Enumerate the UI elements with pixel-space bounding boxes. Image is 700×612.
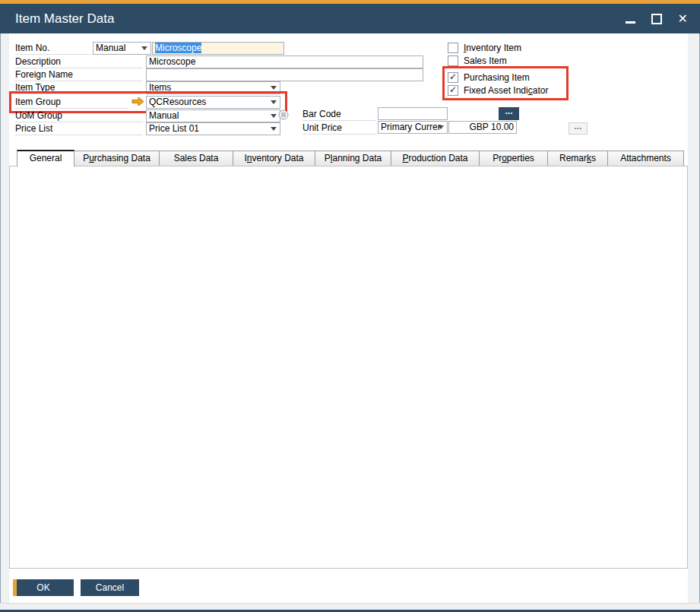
maximize-icon[interactable] [651,14,662,24]
tab-inventory-data[interactable]: Inventory Data [233,151,315,166]
item-group-label: Item Group [15,97,128,109]
uom-detail-icon[interactable] [278,109,289,120]
description-input[interactable]: Microscope [146,55,423,68]
bar-code-browse-button[interactable]: ... [499,107,519,120]
chevron-down-icon [271,127,277,131]
bar-code-label: Bar Code [302,109,376,121]
tab-sales-data[interactable]: Sales Data [160,151,233,166]
tab-production-data[interactable]: Production Data [391,151,480,166]
chevron-down-icon [141,46,147,50]
tab-general[interactable]: General [17,150,74,167]
checkbox-label-sales-item: Sales Item [464,55,507,67]
checkbox-label-inventory-item: Inventory Item [464,43,521,54]
checkbox-label-fixed-asset-indicator: Fixed Asset Indicator [464,85,548,97]
item-no-input[interactable]: Microscope [152,42,284,55]
tab-properties[interactable]: Properties [480,151,548,166]
general-tab-panel [9,166,688,569]
selected-text: Microscope [155,43,201,53]
titlebar: Item Master Data ✕ [0,4,700,33]
ok-button[interactable]: OK [13,579,74,596]
unit-price-input[interactable]: GBP 10.00 [448,121,517,134]
currency-combo[interactable]: Primary Currer [378,121,448,134]
ok-button-focus-accent [13,579,17,596]
description-label: Description [15,56,143,68]
checkbox-inventory-item[interactable] [448,43,458,53]
checkbox-sales-item[interactable] [448,55,458,66]
item-group-select[interactable]: QCResources [146,96,280,109]
chevron-down-icon [271,86,277,90]
window-controls: ✕ [626,4,688,33]
tab-planning-data[interactable]: Planning Data [315,151,391,166]
item-no-label: Item No. [15,43,91,55]
bar-code-input[interactable] [378,107,448,120]
chevron-down-icon [438,125,444,129]
tab-bar: General Purchasing Data Sales Data Inven… [17,150,684,166]
window-border-left [0,33,1,603]
checkbox-purchasing-item[interactable] [448,72,458,83]
window-title: Item Master Data [15,4,114,33]
checkbox-fixed-asset-indicator[interactable] [448,85,458,96]
minimize-icon[interactable] [626,21,635,24]
price-list-select[interactable]: Price List 01 [146,122,280,135]
cancel-button[interactable]: Cancel [81,579,139,596]
foreign-name-input[interactable] [146,68,423,81]
close-icon[interactable]: ✕ [678,13,688,25]
tab-attachments[interactable]: Attachments [608,151,684,166]
tab-remarks[interactable]: Remarks [548,151,608,166]
chevron-down-icon [271,114,277,118]
checkbox-label-purchasing-item: Purchasing Item [464,72,530,84]
tab-purchasing-data[interactable]: Purchasing Data [74,151,160,166]
item-type-label: Item Type [15,82,143,94]
unit-price-browse-button[interactable]: ... [569,122,588,135]
price-list-label: Price List [15,123,143,135]
uom-group-label: UoM Group [15,110,143,122]
unit-price-label: Unit Price [302,122,376,135]
item-no-type-combo[interactable]: Manual [93,42,151,55]
foreign-name-label: Foreign Name [15,69,143,81]
chevron-down-icon [271,100,277,104]
item-master-data-window: Item Master Data ✕ Item No. Manual Micro… [0,0,700,612]
uom-group-select[interactable]: Manual [146,109,280,122]
link-arrow-icon[interactable] [131,97,144,106]
item-type-select[interactable]: Items [146,81,280,94]
